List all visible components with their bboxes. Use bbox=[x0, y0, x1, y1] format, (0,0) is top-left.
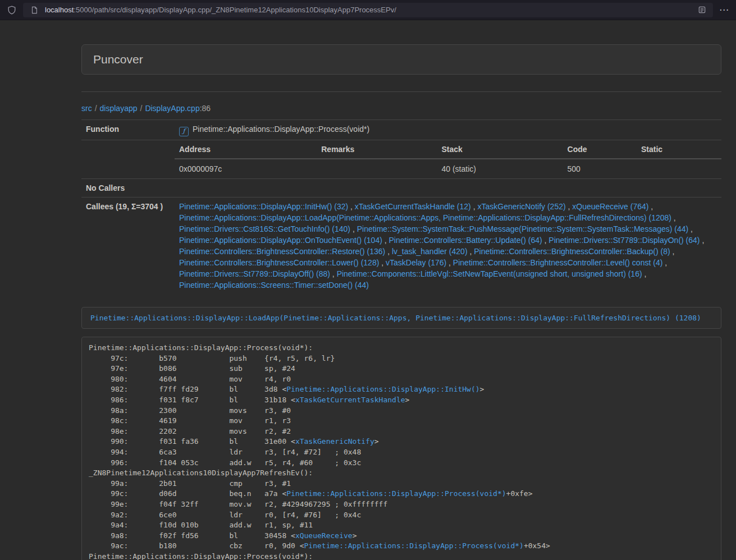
symbol-heading-link[interactable]: Pinetime::Applications::DisplayApp::Load… bbox=[90, 314, 701, 322]
breadcrumb-displayapp-link[interactable]: displayapp bbox=[100, 104, 138, 113]
breadcrumb-separator: / bbox=[140, 104, 143, 113]
callee-link[interactable]: Pinetime::Controllers::BrightnessControl… bbox=[179, 258, 379, 267]
divider bbox=[81, 91, 721, 92]
disassembly-panel: Pinetime::Applications::DisplayApp::Proc… bbox=[81, 337, 721, 560]
code-symbol-link[interactable]: Pinetime::Applications::DisplayApp::Init… bbox=[286, 385, 479, 393]
stack-value: 40 (static) bbox=[437, 159, 563, 178]
column-header-stack: Stack bbox=[437, 140, 563, 159]
column-header-address: Address bbox=[175, 140, 317, 159]
no-callers-label: No Callers bbox=[81, 179, 175, 198]
column-header-static: Static bbox=[637, 140, 721, 159]
breadcrumb-line-number: :86 bbox=[200, 104, 211, 113]
page-icon[interactable] bbox=[28, 4, 40, 16]
callee-link[interactable]: vTaskDelay (176) bbox=[386, 258, 446, 267]
remarks-value bbox=[317, 159, 437, 178]
metrics-table: Address Remarks Stack Code Static 0x0000… bbox=[175, 140, 721, 178]
callee-link[interactable]: Pinetime::System::SystemTask::PushMessag… bbox=[357, 224, 689, 233]
code-symbol-link[interactable]: Pinetime::Applications::DisplayApp::Proc… bbox=[286, 489, 506, 498]
breadcrumb: src/displayapp/DisplayApp.cpp:86 bbox=[81, 104, 721, 113]
callee-link[interactable]: lv_task_handler (420) bbox=[392, 247, 468, 256]
function-type-icon: ƒ bbox=[179, 127, 189, 136]
breadcrumb-separator: / bbox=[95, 104, 97, 113]
url-text[interactable]: localhost:5000/path/src/displayapp/Displ… bbox=[45, 6, 691, 14]
function-name: Pinetime::Applications::DisplayApp::Proc… bbox=[193, 125, 369, 134]
menu-icon[interactable]: ⋯ bbox=[718, 4, 730, 16]
address-value: 0x0000097c bbox=[175, 159, 317, 178]
metrics-row: Address Remarks Stack Code Static 0x0000… bbox=[81, 140, 721, 179]
column-header-remarks: Remarks bbox=[317, 140, 437, 159]
function-row: Function ƒPinetime::Applications::Displa… bbox=[81, 120, 721, 140]
disassembly-code: Pinetime::Applications::DisplayApp::Proc… bbox=[89, 343, 714, 560]
shield-icon[interactable] bbox=[6, 4, 18, 16]
callees-list: Pinetime::Applications::DisplayApp::Init… bbox=[179, 201, 717, 291]
callee-link[interactable]: Pinetime::Components::LittleVgl::SetNewT… bbox=[337, 269, 642, 278]
no-callers-row: No Callers bbox=[81, 179, 721, 198]
callees-label: Callees (19, Σ=3704 ) bbox=[81, 198, 175, 295]
code-symbol-link[interactable]: xTaskGenericNotify bbox=[295, 437, 374, 446]
app-title: Puncover bbox=[93, 52, 710, 67]
callee-link[interactable]: Pinetime::Controllers::BrightnessControl… bbox=[474, 247, 670, 256]
callee-link[interactable]: Pinetime::Controllers::Battery::Update()… bbox=[389, 236, 542, 245]
callee-link[interactable]: Pinetime::Applications::Screens::Timer::… bbox=[179, 281, 369, 290]
page-container: Puncover src/displayapp/DisplayApp.cpp:8… bbox=[81, 44, 721, 560]
callee-link[interactable]: Pinetime::Applications::DisplayApp::OnTo… bbox=[179, 236, 382, 245]
callee-link[interactable]: Pinetime::Controllers::BrightnessControl… bbox=[453, 258, 662, 267]
metrics-value-row: 0x0000097c 40 (static) 500 bbox=[175, 159, 721, 178]
code-value: 500 bbox=[563, 159, 637, 178]
column-header-code: Code bbox=[563, 140, 637, 159]
metrics-row-spacer bbox=[81, 140, 175, 179]
callee-link[interactable]: xQueueReceive (764) bbox=[572, 202, 648, 211]
function-label: Function bbox=[81, 120, 175, 140]
url-bar[interactable]: localhost:5000/path/src/displayapp/Displ… bbox=[23, 3, 713, 17]
callee-link[interactable]: Pinetime::Applications::DisplayApp::Init… bbox=[179, 202, 348, 211]
static-value bbox=[637, 159, 721, 178]
code-symbol-link[interactable]: xTaskGetCurrentTaskHandle bbox=[295, 396, 405, 404]
breadcrumb-src-link[interactable]: src bbox=[81, 104, 92, 113]
symbol-panel: Pinetime::Applications::DisplayApp::Load… bbox=[81, 307, 721, 329]
callee-link[interactable]: xTaskGenericNotify (252) bbox=[477, 202, 565, 211]
callee-link[interactable]: Pinetime::Applications::DisplayApp::Load… bbox=[179, 213, 671, 222]
function-table: Function ƒPinetime::Applications::Displa… bbox=[81, 120, 721, 294]
browser-toolbar: localhost:5000/path/src/displayapp/Displ… bbox=[0, 0, 736, 20]
callees-row: Callees (19, Σ=3704 ) Pinetime::Applicat… bbox=[81, 198, 721, 295]
callee-link[interactable]: Pinetime::Controllers::BrightnessControl… bbox=[179, 247, 385, 256]
url-path: :5000/path/src/displayapp/DisplayApp.cpp… bbox=[74, 6, 396, 14]
code-symbol-link[interactable]: Pinetime::Applications::DisplayApp::Proc… bbox=[304, 541, 524, 550]
callee-link[interactable]: Pinetime::Drivers::St7789::DisplayOff() … bbox=[179, 269, 330, 278]
metrics-header-row: Address Remarks Stack Code Static bbox=[175, 140, 721, 159]
breadcrumb-file-link[interactable]: DisplayApp.cpp bbox=[145, 104, 199, 113]
page-header: Puncover bbox=[81, 44, 721, 75]
callee-link[interactable]: Pinetime::Drivers::Cst816S::GetTouchInfo… bbox=[179, 224, 350, 233]
callee-link[interactable]: Pinetime::Drivers::St7789::DisplayOn() (… bbox=[548, 236, 700, 245]
url-host: localhost bbox=[45, 6, 74, 14]
reader-view-icon[interactable] bbox=[696, 4, 708, 16]
callee-link[interactable]: xTaskGetCurrentTaskHandle (12) bbox=[355, 202, 471, 211]
code-symbol-link[interactable]: xQueueReceive bbox=[295, 531, 353, 540]
